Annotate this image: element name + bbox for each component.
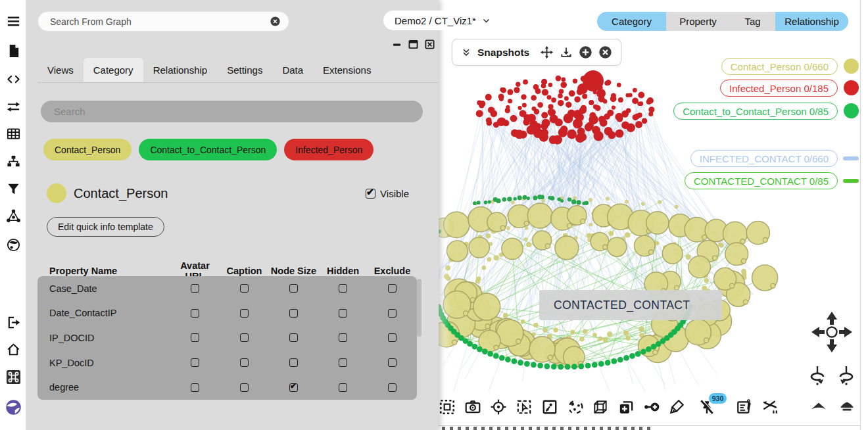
edit-quick-info-button[interactable]: Edit quick info template [47, 217, 164, 237]
move-icon[interactable] [540, 45, 554, 59]
checkbox-exclude[interactable] [388, 284, 397, 293]
transform-select-icon[interactable] [516, 398, 533, 416]
legend-contacted-contact-edge[interactable]: CONTACTED_CONTACT 0/85 [685, 172, 838, 189]
checkbox-hidden[interactable] [339, 284, 347, 293]
mode-tab-relationship[interactable]: Relationship [775, 12, 848, 31]
legend-swatch-contacted-contact[interactable] [843, 179, 859, 183]
collapse-dome-icon[interactable] [810, 398, 827, 416]
legend-contact-to-contact[interactable]: Contact_to_Contact_Person 0/85 [673, 103, 838, 120]
globe-icon[interactable] [6, 237, 21, 252]
tab-settings[interactable]: Settings [217, 58, 272, 82]
search-from-graph-input[interactable]: Search From Graph [37, 11, 289, 32]
mode-tab-property[interactable]: Property [666, 12, 730, 31]
legend-infected-contact-edge[interactable]: INFECTED_CONTACT 0/660 [690, 150, 838, 167]
pill-contact-person[interactable]: Contact_Person [43, 139, 132, 160]
link-node-add-icon[interactable] [643, 398, 660, 416]
checkbox-node-size[interactable] [289, 358, 298, 367]
checkbox-caption[interactable] [240, 383, 249, 392]
sitemap-icon[interactable] [6, 154, 21, 169]
checkbox-hidden[interactable] [339, 358, 347, 367]
pan-right-icon[interactable] [839, 327, 852, 337]
minimize-icon[interactable] [392, 39, 402, 49]
legend-swatch-infected-contact[interactable] [843, 156, 859, 160]
checkbox-hidden[interactable] [339, 309, 347, 318]
pill-infected-person[interactable]: Infected_Person [284, 139, 374, 160]
filter-icon[interactable] [6, 181, 21, 197]
image-annotate-icon[interactable] [541, 398, 558, 416]
cluster-nodes-icon[interactable] [567, 398, 584, 416]
file-icon[interactable] [6, 43, 21, 59]
marquee-select-icon[interactable] [439, 398, 456, 416]
maximize-icon[interactable] [408, 39, 418, 49]
duplicate-add-icon[interactable] [617, 398, 635, 416]
checkbox-node-size[interactable] [289, 333, 298, 342]
pan-center[interactable] [827, 327, 837, 337]
tab-extensions[interactable]: Extensions [313, 58, 381, 82]
category-color-swatch[interactable] [47, 183, 66, 203]
checkbox-avatar-url[interactable] [191, 358, 199, 367]
legend-swatch-contact-person[interactable] [844, 59, 859, 74]
swap-arrows-icon[interactable] [6, 99, 21, 114]
pan-left-icon[interactable] [811, 327, 825, 337]
checkbox-avatar-url[interactable] [191, 383, 199, 392]
right-scroll-gutter[interactable] [860, 0, 868, 430]
checkbox-avatar-url[interactable] [191, 333, 199, 342]
download-icon[interactable] [560, 46, 573, 59]
home-icon[interactable] [6, 342, 21, 357]
project-selector[interactable]: Demo2 / CT_Viz1* [383, 11, 499, 30]
tab-data[interactable]: Data [272, 58, 313, 82]
camera-icon[interactable] [464, 398, 481, 416]
legend-swatch-infected-person[interactable] [844, 80, 859, 95]
checkbox-caption[interactable] [240, 358, 249, 367]
legend-infected-person[interactable]: Infected_Person 0/185 [720, 80, 838, 97]
tab-views[interactable]: Views [37, 58, 84, 82]
legend-contact-person[interactable]: Contact_Person 0/660 [721, 58, 838, 75]
mode-tab-tag[interactable]: Tag [730, 12, 775, 31]
center-target-icon[interactable] [490, 398, 507, 416]
visible-checkbox[interactable] [366, 189, 375, 199]
checkbox-caption[interactable] [240, 284, 249, 293]
checkbox-exclude[interactable] [388, 333, 397, 342]
notes-edit-icon[interactable] [736, 398, 753, 416]
collapse-dome-base-icon[interactable] [838, 398, 856, 416]
tab-category[interactable]: Category [84, 58, 143, 82]
pill-contact-to-contact-person[interactable]: Contact_to_Contact_Person [139, 139, 277, 160]
pan-up-icon[interactable] [827, 312, 837, 325]
checkbox-avatar-url[interactable] [191, 284, 199, 293]
checkbox-node-size[interactable] [289, 309, 298, 318]
checkbox-exclude[interactable] [388, 383, 397, 392]
add-circle-icon[interactable] [579, 45, 592, 59]
checkbox-node-size[interactable] [289, 383, 298, 392]
split-edges-icon[interactable] [761, 398, 779, 416]
checkbox-avatar-url[interactable] [191, 309, 199, 318]
checkbox-caption[interactable] [240, 309, 249, 318]
checkbox-hidden[interactable] [339, 383, 347, 392]
command-icon[interactable] [6, 370, 21, 385]
cube-3d-icon[interactable] [592, 398, 609, 416]
app-logo[interactable] [5, 398, 22, 416]
menu-icon[interactable] [6, 14, 21, 29]
checkbox-hidden[interactable] [339, 333, 347, 342]
code-icon[interactable] [6, 72, 21, 87]
pan-down-icon[interactable] [827, 339, 837, 352]
checkbox-exclude[interactable] [388, 358, 397, 367]
category-search-input[interactable]: Search [41, 101, 423, 122]
checkbox-caption[interactable] [240, 333, 249, 342]
table-grid-icon[interactable] [6, 126, 21, 141]
close-circle-icon[interactable] [598, 45, 612, 59]
rotate-left-icon[interactable] [808, 364, 827, 386]
triangle-network-icon[interactable] [6, 208, 21, 224]
checkbox-node-size[interactable] [289, 284, 298, 293]
category-pill-row: Contact_Person Contact_to_Contact_Person… [43, 139, 374, 160]
rotate-right-icon[interactable] [836, 364, 856, 386]
close-icon[interactable] [425, 39, 435, 49]
legend-swatch-contact-to-contact[interactable] [844, 103, 859, 118]
mode-tab-category[interactable]: Category [597, 12, 666, 31]
sign-out-icon[interactable] [6, 315, 21, 330]
checkbox-exclude[interactable] [388, 309, 397, 318]
table-scrollbar[interactable] [417, 279, 422, 337]
tab-relationship[interactable]: Relationship [143, 58, 218, 82]
collapse-chevrons-icon[interactable] [461, 47, 471, 58]
clean-brush-icon[interactable] [669, 398, 686, 416]
clear-search-icon[interactable] [270, 16, 281, 27]
